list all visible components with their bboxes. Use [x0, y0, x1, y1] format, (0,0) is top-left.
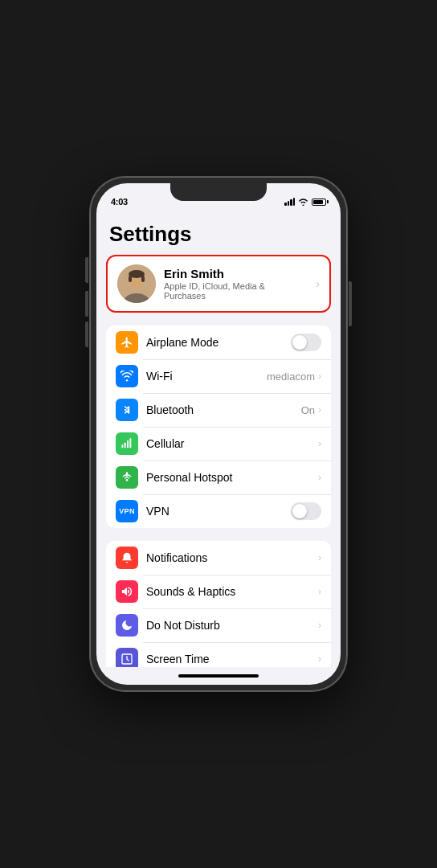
notch [170, 183, 267, 201]
preferences-group: Notifications › [106, 541, 331, 667]
vpn-label: VPN [146, 505, 283, 518]
wifi-icon [116, 365, 138, 387]
screentime-label: Screen Time [146, 653, 310, 665]
wifi-label: Wi-Fi [146, 370, 259, 383]
vpn-toggle[interactable] [291, 502, 321, 520]
bluetooth-icon [116, 399, 138, 421]
wifi-chevron: › [318, 371, 321, 382]
page-title: Settings [96, 215, 341, 255]
airplane-mode-label: Airplane Mode [146, 336, 283, 349]
bluetooth-row[interactable]: Bluetooth On › [106, 393, 331, 427]
battery-fill [313, 200, 323, 204]
bluetooth-chevron: › [318, 404, 321, 416]
notifications-chevron: › [318, 552, 321, 563]
status-time: 4:03 [111, 197, 128, 207]
screentime-right: › [318, 653, 321, 665]
notifications-row[interactable]: Notifications › [106, 541, 331, 575]
preferences-section: Notifications › [96, 541, 341, 667]
profile-info: Erin Smith Apple ID, iCloud, Media & Pur… [164, 267, 308, 301]
hotspot-icon [116, 466, 138, 489]
dnd-right: › [318, 620, 321, 631]
sounds-row[interactable]: Sounds & Haptics › [106, 575, 331, 608]
screentime-chevron: › [318, 653, 321, 665]
airplane-mode-row[interactable]: Airplane Mode [106, 326, 331, 359]
svg-rect-6 [121, 444, 123, 448]
svg-rect-7 [125, 443, 126, 448]
hotspot-label: Personal Hotspot [146, 471, 310, 484]
hotspot-chevron: › [318, 472, 321, 483]
airplane-mode-toggle[interactable] [291, 334, 321, 351]
sounds-right: › [318, 586, 321, 597]
cellular-right: › [318, 438, 321, 449]
svg-point-10 [126, 479, 129, 481]
sounds-icon [116, 580, 138, 603]
screentime-icon [116, 648, 138, 667]
signal-bars [284, 198, 295, 206]
sounds-chevron: › [318, 586, 321, 597]
wifi-row[interactable]: Wi-Fi mediacom › [106, 359, 331, 393]
signal-bar-3 [290, 199, 292, 206]
battery-icon [312, 199, 326, 206]
profile-chevron: › [316, 277, 320, 290]
network-section: Airplane Mode Wi- [96, 326, 341, 528]
airplane-icon [116, 331, 138, 354]
vpn-icon: VPN [116, 500, 138, 522]
bluetooth-label: Bluetooth [146, 403, 293, 416]
hotspot-right: › [318, 472, 321, 483]
profile-name: Erin Smith [164, 267, 308, 280]
signal-bar-4 [293, 198, 296, 206]
dnd-label: Do Not Disturb [146, 619, 310, 632]
vpn-text: VPN [119, 507, 134, 515]
cellular-row[interactable]: Cellular › [106, 427, 331, 461]
screentime-row[interactable]: Screen Time › [106, 642, 331, 667]
signal-bar-1 [284, 203, 287, 206]
dnd-chevron: › [318, 620, 321, 631]
home-indicator [96, 667, 341, 685]
phone-frame: 4:03 Settings [90, 177, 347, 691]
hotspot-row[interactable]: Personal Hotspot › [106, 461, 331, 494]
dnd-row[interactable]: Do Not Disturb › [106, 608, 331, 642]
svg-rect-5 [141, 276, 145, 282]
bluetooth-status: On [301, 404, 315, 416]
settings-content: Settings [96, 212, 341, 667]
home-bar [178, 674, 259, 678]
signal-bar-2 [288, 201, 290, 206]
sounds-label: Sounds & Haptics [146, 585, 310, 598]
svg-rect-9 [129, 438, 131, 448]
avatar [117, 264, 156, 303]
profile-row[interactable]: Erin Smith Apple ID, iCloud, Media & Pur… [106, 255, 331, 313]
bluetooth-value: On › [301, 404, 321, 416]
status-icons [284, 198, 326, 206]
profile-subtitle: Apple ID, iCloud, Media & Purchases [164, 281, 308, 301]
cellular-icon [116, 432, 138, 455]
notifications-label: Notifications [146, 551, 310, 564]
wifi-value: mediacom › [267, 371, 321, 383]
cellular-chevron: › [318, 438, 321, 449]
phone-screen: 4:03 Settings [96, 183, 341, 685]
notifications-icon [116, 547, 138, 569]
dnd-icon [116, 614, 138, 637]
vpn-row[interactable]: VPN VPN [106, 494, 331, 528]
svg-rect-8 [127, 440, 129, 448]
cellular-label: Cellular [146, 437, 310, 450]
svg-rect-4 [129, 276, 132, 282]
notifications-right: › [318, 552, 321, 563]
network-group: Airplane Mode Wi- [106, 326, 331, 528]
wifi-status-icon [298, 198, 308, 206]
wifi-network-name: mediacom [267, 371, 315, 383]
